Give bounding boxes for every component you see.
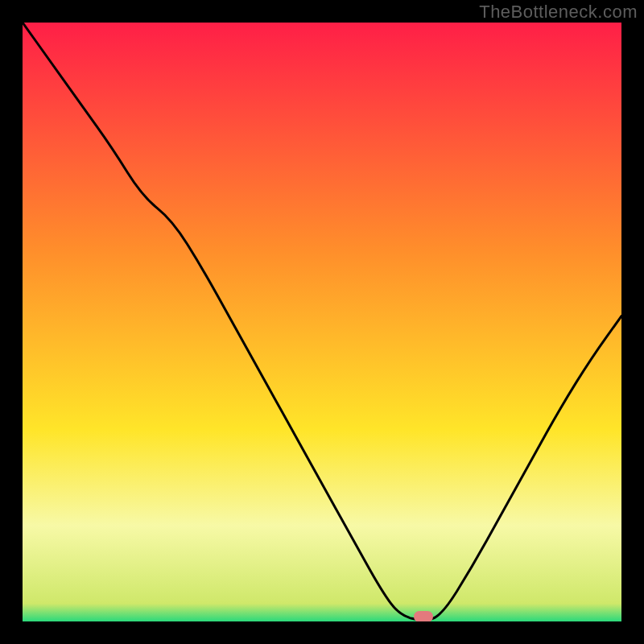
watermark-text: TheBottleneck.com: [479, 2, 638, 23]
chart-frame: TheBottleneck.com: [0, 0, 644, 644]
plot-area: [23, 23, 621, 621]
optimal-point-marker: [414, 611, 433, 621]
curve-path: [23, 23, 621, 620]
bottleneck-curve: [23, 23, 621, 621]
